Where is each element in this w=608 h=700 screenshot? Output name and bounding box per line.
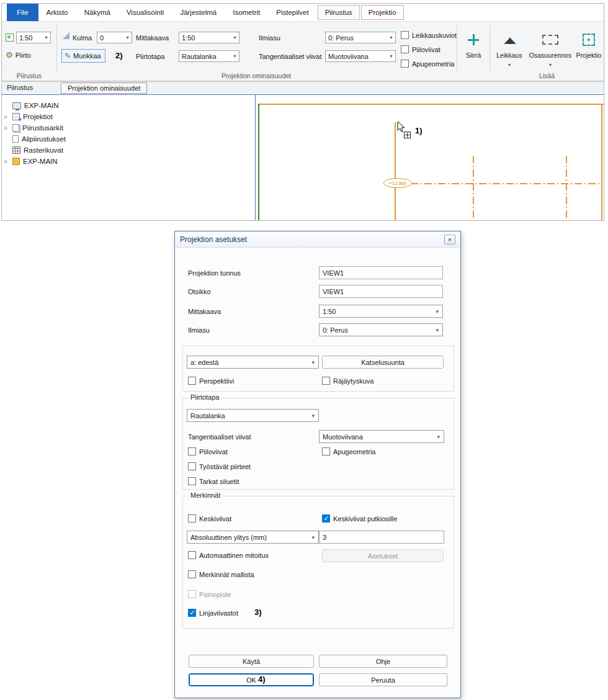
ilmiasu-label: Ilmiasu	[259, 34, 280, 42]
gear-icon	[6, 51, 13, 59]
mittakaava-select[interactable]: 1:50	[319, 305, 443, 318]
expander-icon[interactable]	[2, 124, 9, 132]
panel-tab-piirustus[interactable]: Piirustus	[7, 84, 33, 91]
leikkaus-button[interactable]: Leikkaus	[493, 28, 526, 68]
annotation-1: 1)	[415, 126, 422, 135]
ilmiasu-select[interactable]: 0: Perus	[319, 323, 443, 336]
centerline-vertical-2	[566, 156, 567, 220]
tree-item-rasterikuvat[interactable]: Rasterikuvat	[2, 145, 254, 156]
ilmiasu-combo[interactable]: 0: Perus	[325, 32, 396, 43]
siirra-button[interactable]: Siirrä	[459, 28, 488, 59]
checkbox-tarkat-siluetit[interactable]: Tarkat siluetit	[188, 477, 239, 485]
checkbox-keskiviivat[interactable]: Keskiviivat	[188, 514, 231, 523]
tab-jarjestelma[interactable]: Järjestelmä	[172, 4, 225, 21]
group-label-lisaa: Lisää	[490, 72, 604, 79]
chevron-down-icon	[508, 60, 511, 68]
view-direction-select[interactable]: a: edestä	[187, 356, 319, 369]
move-icon	[467, 33, 480, 47]
mittakaava-combo[interactable]: 1:50	[179, 32, 239, 43]
tab-arkisto[interactable]: Arkisto	[38, 4, 76, 21]
piirtotapa-combo[interactable]: Rautalanka	[179, 50, 239, 62]
katselusuunta-button[interactable]: Katselusuunta	[322, 356, 444, 369]
tangent-combo[interactable]: Muotoviivana	[325, 50, 396, 62]
piirtotapa-select[interactable]: Rautalanka	[187, 409, 319, 422]
projektion-asetukset-dialog: Projektion asetukset Projektion tunnus V…	[174, 231, 461, 698]
checkbox-linjaviivastot[interactable]: Linjaviivastot	[188, 609, 238, 617]
projections-icon	[12, 113, 20, 120]
tree-item-projektiot[interactable]: Projektiot	[2, 111, 254, 122]
ok-button[interactable]: OK	[189, 673, 314, 686]
checkbox-keskiviivat-putkiosille[interactable]: Keskiviivat putkiosille	[322, 514, 397, 523]
muokkaa-label: Muokkaa	[73, 52, 101, 60]
kulma-combo[interactable]: 0	[97, 32, 132, 43]
checkbox-apugeometria[interactable]: Apugeometria	[322, 447, 376, 455]
checkbox-box	[401, 60, 409, 68]
tab-pistepilvet[interactable]: Pistepilvet	[268, 4, 316, 21]
checkbox-label: Työstävät piirteet	[199, 463, 251, 470]
sheet-icon	[12, 135, 19, 143]
otsikko-input[interactable]: VIEW1	[319, 285, 443, 298]
model-icon	[12, 158, 20, 165]
tab-nakyma[interactable]: Näkymä	[76, 4, 118, 21]
checkbox-piiloviivat[interactable]: Piiloviivat	[188, 447, 228, 455]
tangent-label: Tangentiaaliset viivat	[188, 433, 251, 441]
checkbox-merkinnat-mallista[interactable]: Merkinnät mallista	[188, 570, 254, 578]
checkbox-perspektiivi[interactable]: Perspektiivi	[188, 377, 234, 385]
projektio-button[interactable]: Projektio	[574, 28, 604, 59]
app-window: File Arkisto Näkymä Visualisointi Järjes…	[1, 3, 604, 221]
centerline-vertical-1	[473, 156, 474, 220]
checkbox-leikkauskuviot[interactable]: Leikkauskuviot	[401, 31, 457, 39]
tab-file[interactable]: File	[7, 4, 38, 21]
checkbox-automaattinen-mitoitus[interactable]: Automaattinen mitoitus	[188, 551, 269, 559]
tree-item-label: Projektiot	[23, 113, 53, 120]
checkbox-label: Perspektiivi	[199, 377, 234, 385]
tab-visualisointi[interactable]: Visualisointi	[118, 4, 172, 21]
tree-item-alipiirustukset[interactable]: Alipiirustukset	[2, 133, 254, 145]
expander-icon[interactable]	[2, 113, 9, 120]
checkbox-label: Automaattinen mitoitus	[199, 552, 269, 559]
checkbox-tyostavat-piirteet[interactable]: Työstävät piirteet	[188, 462, 251, 470]
kayta-button[interactable]: Käytä	[189, 655, 314, 668]
tangent-select[interactable]: Muotoviivana	[319, 430, 444, 443]
ribbon-tab-bar: File Arkisto Näkymä Visualisointi Järjes…	[2, 4, 604, 21]
checkbox-box	[401, 45, 409, 53]
merkinnat-group-label: Merkinnät	[188, 491, 223, 499]
tab-isometrit[interactable]: Isometrit	[225, 4, 268, 21]
tab-projektio[interactable]: Projektio	[361, 5, 404, 20]
expander-icon[interactable]	[2, 158, 9, 165]
checkbox-box	[188, 609, 196, 617]
checkbox-label: Apugeometria	[412, 60, 455, 68]
checkbox-label: Keskiviivat	[199, 515, 231, 523]
checkbox-label: Leikkauskuviot	[412, 32, 457, 39]
tree-item-exp-main-model[interactable]: EXP-MAIN	[2, 156, 254, 167]
close-icon[interactable]	[444, 235, 455, 245]
piirto-button[interactable]: Piirto	[6, 51, 31, 59]
muokkaa-button[interactable]: Muokkaa	[61, 49, 105, 63]
drawing-window-icon	[12, 102, 21, 109]
checkbox-rajaytyskuva[interactable]: Räjäytyskuva	[322, 377, 373, 385]
tree-item-exp-main[interactable]: EXP-MAIN	[2, 100, 254, 111]
checkbox-label: Merkinnät mallista	[199, 571, 254, 578]
drawing-scale-combo[interactable]: 1:50	[16, 32, 51, 43]
peruuta-button[interactable]: Peruuta	[319, 673, 447, 686]
tab-piirustus[interactable]: Piirustus	[318, 5, 360, 20]
panel-tab-projektion-ominaisuudet[interactable]: Projektion ominaisuudet	[61, 83, 147, 94]
drawing-canvas[interactable]: +12.000 1)	[256, 95, 604, 220]
checkbox-piiloviivat-ribbon[interactable]: Piiloviivat	[401, 45, 440, 53]
tunnus-input[interactable]: VIEW1	[319, 266, 443, 279]
ohje-button[interactable]: Ohje	[319, 655, 447, 668]
chevron-down-icon	[231, 53, 239, 59]
ylitys-mode-select[interactable]: Absoluuttinen ylitys (mm)	[187, 531, 319, 544]
osasuurennos-button[interactable]: Osasuurennos	[527, 28, 573, 68]
canvas-orange-vertical-line	[395, 122, 396, 220]
raster-grid-icon	[12, 146, 20, 154]
checkbox-label: Keskiviivat putkiosille	[333, 515, 397, 523]
checkbox-apugeometria-ribbon[interactable]: Apugeometria	[401, 60, 455, 68]
dialog-titlebar[interactable]: Projektion asetukset	[175, 231, 460, 248]
tree-item-piirustusarkit[interactable]: Piirustusarkit	[2, 122, 254, 133]
ylitys-value-input[interactable]: 3	[319, 531, 444, 544]
piirtotapa-value: Rautalanka	[179, 53, 231, 60]
tangent-value: Muotoviivana	[326, 53, 387, 60]
tree-item-label: EXP-MAIN	[24, 102, 59, 109]
edit-icon	[65, 52, 71, 60]
